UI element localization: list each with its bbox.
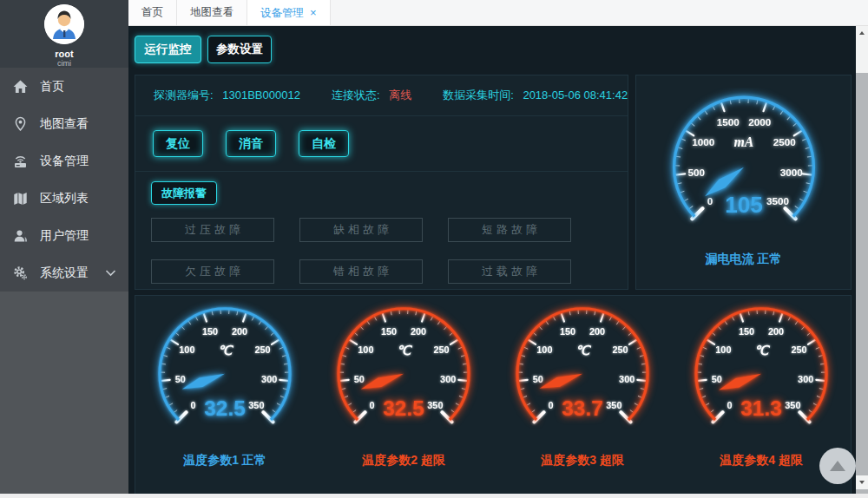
svg-text:300: 300 bbox=[619, 374, 635, 384]
avatar-icon bbox=[44, 4, 84, 44]
reset-button[interactable]: 复位 bbox=[153, 130, 203, 157]
svg-text:3500: 3500 bbox=[766, 195, 789, 206]
avatar bbox=[44, 4, 84, 44]
sidebar-item-map-view[interactable]: 地图查看 bbox=[0, 105, 128, 142]
gauge-dial: 050100150200250300350℃32.5 bbox=[320, 299, 487, 451]
fault-alarm-button[interactable]: 故障报警 bbox=[151, 181, 217, 205]
svg-text:50: 50 bbox=[533, 374, 543, 384]
home-icon bbox=[12, 79, 29, 95]
tab-bar: 首页 地图查看 设备管理× bbox=[128, 0, 868, 26]
svg-text:1000: 1000 bbox=[692, 136, 714, 147]
fault-undervoltage-button[interactable]: 欠压故障 bbox=[151, 259, 274, 284]
leakage-current-gauge: 0500100015002000250030003500mA105 漏电电流 正… bbox=[654, 88, 833, 267]
panel-area: 探测器编号: 1301BB000012 连接状态: 离线 数据采集时间: 201… bbox=[135, 75, 852, 494]
gauge-title: 漏电电流 正常 bbox=[654, 252, 833, 267]
svg-text:350: 350 bbox=[427, 400, 443, 410]
svg-text:3000: 3000 bbox=[779, 167, 802, 178]
svg-text:31.3: 31.3 bbox=[740, 396, 782, 420]
main-content: 运行监控 参数设置 探测器编号: 1301BB000012 连接状态: 离线 数… bbox=[128, 26, 856, 494]
device-info-row: 探测器编号: 1301BB000012 连接状态: 离线 数据采集时间: 201… bbox=[135, 75, 628, 116]
mute-button[interactable]: 消音 bbox=[226, 130, 276, 157]
self-check-button[interactable]: 自检 bbox=[299, 130, 349, 157]
tab-close-icon[interactable]: × bbox=[310, 6, 317, 19]
tab-home[interactable]: 首页 bbox=[128, 0, 177, 25]
fault-alarm-section: 故障报警 过压故障 缺相故障 短路故障 欠压故障 错相故障 过载故障 bbox=[135, 172, 628, 293]
view-toolbar: 运行监控 参数设置 bbox=[128, 26, 856, 63]
fault-phase-error-button[interactable]: 错相故障 bbox=[299, 259, 423, 284]
temperature-panel: 050100150200250300350℃32.5 温度参数1 正常 0501… bbox=[135, 295, 852, 495]
svg-text:350: 350 bbox=[606, 400, 621, 410]
fault-phase-loss-button[interactable]: 缺相故障 bbox=[299, 218, 423, 242]
tab-label: 首页 bbox=[141, 6, 163, 18]
svg-text:200: 200 bbox=[589, 326, 605, 337]
sidebar-menu: 首页 地图查看 设备管理 区域列表 用户管理 bbox=[0, 68, 128, 292]
fault-overvoltage-button[interactable]: 过压故障 bbox=[151, 218, 274, 242]
sidebar-item-label: 区域列表 bbox=[40, 191, 89, 206]
sidebar-item-area-list[interactable]: 区域列表 bbox=[0, 180, 128, 217]
temperature-gauge-1: 050100150200250300350℃32.5 温度参数1 正常 bbox=[141, 299, 308, 469]
svg-text:150: 150 bbox=[560, 326, 575, 337]
fault-overload-button[interactable]: 过载故障 bbox=[448, 259, 571, 284]
sidebar-item-label: 首页 bbox=[40, 79, 64, 95]
connection-status: 连接状态: 离线 bbox=[332, 88, 411, 103]
svg-text:300: 300 bbox=[261, 374, 277, 384]
svg-text:105: 105 bbox=[725, 192, 763, 218]
svg-text:250: 250 bbox=[255, 344, 271, 355]
sidebar-item-home[interactable]: 首页 bbox=[0, 68, 128, 105]
gauge-title: 温度参数3 超限 bbox=[499, 453, 666, 469]
svg-text:℃: ℃ bbox=[754, 344, 771, 357]
username: root bbox=[0, 49, 128, 59]
sidebar-item-system-settings[interactable]: 系统设置 bbox=[0, 254, 128, 292]
temperature-gauge-4: 050100150200250300350℃31.3 温度参数4 超限 bbox=[678, 299, 845, 469]
arrow-down-icon bbox=[859, 481, 865, 484]
collect-time: 数据采集时间: 2018-05-06 08:41:42 bbox=[443, 88, 628, 103]
svg-text:2500: 2500 bbox=[773, 136, 795, 147]
fault-short-circuit-button[interactable]: 短路故障 bbox=[448, 218, 571, 242]
run-monitor-button[interactable]: 运行监控 bbox=[135, 36, 201, 63]
gauge-title: 温度参数2 超限 bbox=[320, 453, 487, 469]
svg-text:250: 250 bbox=[434, 344, 450, 355]
scrollbar-down-button[interactable] bbox=[856, 475, 868, 489]
svg-text:200: 200 bbox=[411, 326, 426, 337]
param-settings-button[interactable]: 参数设置 bbox=[207, 36, 272, 63]
sidebar-item-device-management[interactable]: 设备管理 bbox=[0, 142, 128, 180]
collect-time-value: 2018-05-06 08:41:42 bbox=[523, 88, 628, 102]
svg-text:150: 150 bbox=[202, 326, 218, 337]
detector-id-value: 1301BB000012 bbox=[222, 88, 300, 102]
svg-text:150: 150 bbox=[739, 326, 754, 337]
svg-text:0: 0 bbox=[549, 400, 554, 410]
temperature-gauge-2: 050100150200250300350℃32.5 温度参数2 超限 bbox=[320, 299, 487, 469]
vertical-scrollbar[interactable] bbox=[856, 26, 868, 494]
temperature-gauge-3: 050100150200250300350℃33.7 温度参数3 超限 bbox=[499, 299, 666, 469]
chevron-down-icon bbox=[105, 269, 116, 277]
svg-text:100: 100 bbox=[715, 344, 731, 355]
collect-time-label: 数据采集时间: bbox=[443, 88, 514, 102]
sidebar-item-user-management[interactable]: 用户管理 bbox=[0, 217, 128, 254]
svg-text:50: 50 bbox=[175, 374, 186, 384]
device-icon bbox=[12, 154, 29, 169]
scrollbar-thumb[interactable] bbox=[856, 40, 868, 73]
scroll-to-top-button[interactable] bbox=[819, 448, 856, 484]
sidebar: root cimi 首页 地图查看 设备管理 区域列表 bbox=[0, 0, 128, 494]
detector-id-label: 探测器编号: bbox=[154, 88, 214, 102]
svg-text:℃: ℃ bbox=[397, 344, 413, 357]
gauge-dial: 050100150200250300350℃33.7 bbox=[499, 299, 666, 451]
arrow-up-icon bbox=[830, 461, 845, 471]
svg-text:50: 50 bbox=[354, 374, 365, 384]
tab-map-view[interactable]: 地图查看 bbox=[177, 0, 247, 25]
sidebar-item-label: 系统设置 bbox=[40, 265, 89, 281]
svg-text:250: 250 bbox=[613, 344, 628, 355]
scrollbar-up-button[interactable] bbox=[856, 26, 868, 40]
svg-text:100: 100 bbox=[358, 344, 373, 355]
gear-icon bbox=[12, 265, 29, 281]
svg-text:℃: ℃ bbox=[218, 344, 234, 357]
svg-text:50: 50 bbox=[712, 374, 722, 384]
svg-text:100: 100 bbox=[179, 344, 194, 355]
svg-text:500: 500 bbox=[687, 167, 705, 178]
gauge-dial: 0500100015002000250030003500mA105 bbox=[654, 88, 833, 250]
svg-text:0: 0 bbox=[727, 400, 733, 410]
leakage-current-panel: 0500100015002000250030003500mA105 漏电电流 正… bbox=[635, 75, 852, 290]
svg-text:33.7: 33.7 bbox=[562, 396, 603, 420]
tab-device-management[interactable]: 设备管理× bbox=[247, 0, 331, 25]
fault-grid: 过压故障 缺相故障 短路故障 欠压故障 错相故障 过载故障 bbox=[151, 218, 612, 284]
